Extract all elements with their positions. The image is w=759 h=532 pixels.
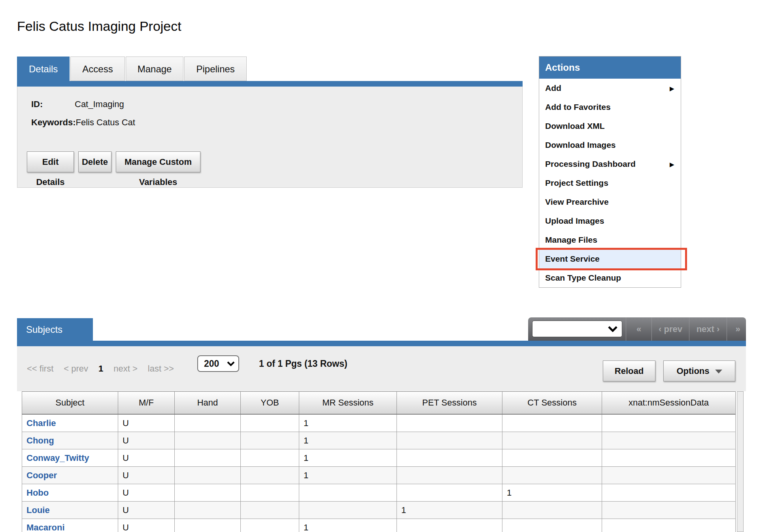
- row-count-summary: 1 of 1 Pgs (13 Rows): [259, 358, 347, 369]
- table-cell: [175, 484, 241, 502]
- table-cell: [502, 502, 602, 519]
- subject-link[interactable]: Louie: [22, 502, 118, 519]
- table-cell: [299, 502, 397, 519]
- table-cell: [175, 449, 241, 467]
- table-cell: [502, 432, 602, 449]
- first-page-button[interactable]: «: [626, 317, 651, 341]
- subjects-toolbar: << first < prev 1 next > last >> 200 1 o…: [17, 346, 746, 391]
- action-item-processing-dashboard[interactable]: Processing Dashboard▶: [539, 155, 681, 174]
- details-panel: ID:Cat_Imaging Keywords:Felis Catus Cat …: [17, 87, 523, 188]
- pager-prev[interactable]: < prev: [64, 364, 88, 374]
- table-row: CooperU1: [22, 467, 736, 484]
- action-item-view-prearchive[interactable]: View Prearchive: [539, 192, 681, 211]
- action-item-label: Event Service: [545, 254, 600, 263]
- subject-link[interactable]: Charlie: [22, 414, 118, 432]
- table-cell: [241, 502, 299, 519]
- column-header-m-f[interactable]: M/F: [118, 392, 175, 415]
- table-cell: [241, 467, 299, 484]
- action-item-add[interactable]: Add▶: [539, 79, 681, 98]
- pager-first[interactable]: << first: [27, 364, 53, 374]
- pager-last[interactable]: last >>: [148, 364, 174, 374]
- subject-link[interactable]: Macaroni: [22, 519, 118, 532]
- actions-panel-header: Actions: [539, 57, 681, 79]
- action-item-label: Add to Favorites: [545, 102, 611, 111]
- tab-pipelines[interactable]: Pipelines: [184, 57, 246, 81]
- subject-link[interactable]: Chong: [22, 432, 118, 449]
- tab-manage[interactable]: Manage: [126, 57, 184, 81]
- action-item-label: Project Settings: [545, 178, 608, 187]
- table-body: CharlieU1ChongU1Conway_TwittyU1CooperU1H…: [22, 414, 736, 532]
- table-cell: U: [118, 449, 175, 467]
- table-row: ChongU1: [22, 432, 736, 449]
- page-jump-select[interactable]: [532, 321, 622, 337]
- table-cell: [397, 484, 502, 502]
- options-button-label: Options: [676, 366, 709, 376]
- action-item-project-settings[interactable]: Project Settings: [539, 174, 681, 192]
- tab-underline-bar: [17, 81, 523, 87]
- subjects-table: SubjectM/FHandYOBMR SessionsPET Sessions…: [22, 391, 736, 532]
- column-header-ct-sessions[interactable]: CT Sessions: [502, 392, 602, 415]
- project-tabs: DetailsAccessManagePipelines: [17, 57, 247, 81]
- page-size-select[interactable]: 200: [197, 355, 239, 372]
- table-cell: [602, 484, 736, 502]
- column-header-xnat-nmsessiondata[interactable]: xnat:nmSessionData: [602, 392, 736, 415]
- tab-subjects[interactable]: Subjects: [17, 318, 93, 341]
- column-header-subject[interactable]: Subject: [22, 392, 118, 415]
- options-button[interactable]: Options: [663, 360, 735, 381]
- action-item-label: Processing Dashboard: [545, 159, 636, 168]
- table-cell: 1: [502, 484, 602, 502]
- action-item-event-service[interactable]: Event Service: [539, 249, 681, 268]
- subject-link[interactable]: Cooper: [22, 467, 118, 484]
- table-cell: 1: [397, 502, 502, 519]
- last-page-button[interactable]: »: [727, 317, 749, 341]
- column-header-yob[interactable]: YOB: [241, 392, 299, 415]
- table-cell: [397, 414, 502, 432]
- table-cell: U: [118, 484, 175, 502]
- field-keywords-value: Felis Catus Cat: [76, 117, 135, 127]
- prev-page-button[interactable]: ‹ prev: [651, 317, 689, 341]
- subject-link[interactable]: Hobo: [22, 484, 118, 502]
- action-item-label: Add: [545, 83, 561, 92]
- table-cell: [502, 519, 602, 532]
- pager-next[interactable]: next >: [113, 364, 138, 374]
- action-item-add-to-favorites[interactable]: Add to Favorites: [539, 98, 681, 117]
- subject-link[interactable]: Conway_Twitty: [22, 449, 118, 467]
- column-header-hand[interactable]: Hand: [175, 392, 241, 415]
- table-scroll-gutter: [737, 391, 744, 532]
- action-item-manage-files[interactable]: Manage Files: [539, 230, 681, 249]
- column-header-mr-sessions[interactable]: MR Sessions: [299, 392, 397, 415]
- table-cell: U: [118, 414, 175, 432]
- table-cell: [175, 467, 241, 484]
- action-item-download-xml[interactable]: Download XML: [539, 117, 681, 136]
- delete-button[interactable]: Delete: [78, 151, 111, 172]
- submenu-arrow-icon: ▶: [670, 79, 674, 98]
- field-id-label: ID:: [31, 99, 75, 109]
- next-page-button[interactable]: next ›: [689, 317, 727, 341]
- table-row: MacaroniU1: [22, 519, 736, 532]
- table-cell: [602, 467, 736, 484]
- table-cell: [602, 519, 736, 532]
- action-item-download-images[interactable]: Download Images: [539, 136, 681, 155]
- edit-details-button[interactable]: Edit Details: [27, 151, 74, 172]
- tab-access[interactable]: Access: [70, 57, 125, 81]
- table-cell: [602, 414, 736, 432]
- table-cell: [397, 467, 502, 484]
- subjects-top-pager: «‹ prevnext ›»: [528, 317, 746, 341]
- page-size-value: 200: [204, 358, 219, 369]
- table-cell: [175, 519, 241, 532]
- actions-panel: Actions Add▶Add to FavoritesDownload XML…: [539, 56, 681, 288]
- field-id-value: Cat_Imaging: [75, 99, 124, 109]
- table-cell: [175, 414, 241, 432]
- chevron-down-icon: [608, 326, 617, 332]
- subjects-underline-bar: [17, 341, 746, 346]
- column-header-pet-sessions[interactable]: PET Sessions: [397, 392, 502, 415]
- action-item-scan-type-cleanup[interactable]: Scan Type Cleanup: [539, 268, 681, 287]
- manage-custom-variables-button[interactable]: Manage Custom Variables: [116, 151, 200, 172]
- action-item-label: Upload Images: [545, 216, 604, 225]
- table-cell: [241, 432, 299, 449]
- tab-details[interactable]: Details: [17, 57, 70, 81]
- action-item-upload-images[interactable]: Upload Images: [539, 211, 681, 230]
- action-item-label: View Prearchive: [545, 197, 609, 206]
- reload-button[interactable]: Reload: [603, 360, 655, 381]
- caret-down-icon: [715, 370, 722, 374]
